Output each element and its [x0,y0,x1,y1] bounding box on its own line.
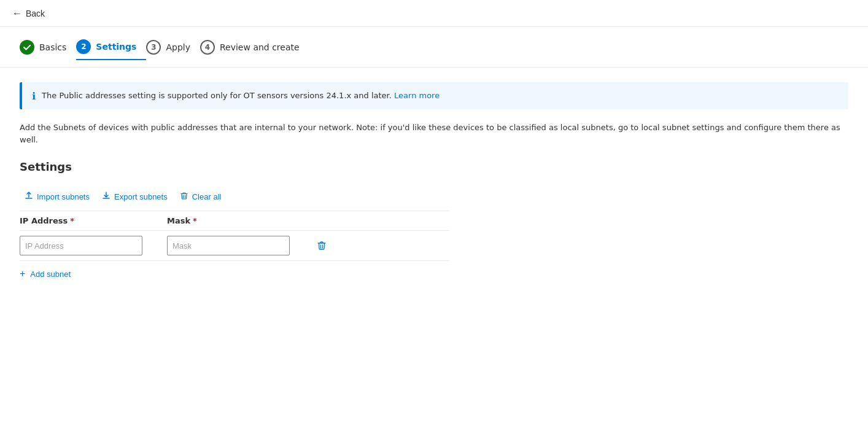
step-review-circle: 4 [200,40,215,55]
col-header-ip: IP Address * [20,216,167,225]
step-apply-circle: 3 [146,40,161,55]
step-settings-label: Settings [96,42,136,52]
plus-icon: + [20,268,25,279]
step-review[interactable]: 4 Review and create [200,35,309,60]
section-title: Settings [20,160,848,173]
export-subnets-button[interactable]: Export subnets [97,188,172,206]
delete-row-icon [317,241,327,251]
back-button[interactable]: ← Back [12,8,45,19]
subnet-table: IP Address * Mask * [20,211,449,284]
clear-all-button[interactable]: Clear all [175,188,227,206]
add-subnet-label: Add subnet [30,270,71,279]
mask-input[interactable] [167,236,290,255]
top-bar: ← Back [0,0,868,27]
info-banner-text: The Public addresses setting is supporte… [42,90,440,102]
wizard-steps: Basics 2 Settings 3 Apply 4 Review and c… [0,27,868,68]
import-subnets-button[interactable]: Import subnets [20,188,95,206]
mask-cell [167,236,314,255]
clear-all-label: Clear all [192,192,222,201]
step-apply[interactable]: 3 Apply [146,35,200,60]
back-label: Back [26,9,45,18]
import-icon [25,192,33,202]
ip-address-input[interactable] [20,236,142,255]
delete-row-button[interactable] [314,238,329,253]
export-icon [102,192,110,202]
add-subnet-button[interactable]: + Add subnet [20,263,71,284]
col-header-mask: Mask * [167,216,314,225]
mask-required-star: * [193,216,197,225]
import-subnets-label: Import subnets [37,192,90,201]
step-basics[interactable]: Basics [20,35,76,60]
table-row [20,231,449,261]
learn-more-link[interactable]: Learn more [394,91,440,100]
step-basics-circle [20,40,34,55]
info-icon: ℹ [32,90,36,102]
table-header: IP Address * Mask * [20,211,449,231]
step-basics-label: Basics [39,42,66,52]
step-apply-label: Apply [166,42,190,52]
description-text: Add the Subnets of devices with public a… [20,122,848,146]
info-banner: ℹ The Public addresses setting is suppor… [20,82,848,109]
step-review-label: Review and create [220,42,300,52]
toolbar: Import subnets Export subnets Clear all [20,188,848,211]
ip-cell [20,236,167,255]
back-arrow-icon: ← [12,8,22,19]
export-subnets-label: Export subnets [114,192,168,201]
action-cell [314,238,351,253]
ip-required-star: * [70,216,74,225]
step-settings[interactable]: 2 Settings [76,34,146,60]
trash-icon [180,192,188,202]
main-content: ℹ The Public addresses setting is suppor… [0,68,868,299]
step-settings-circle: 2 [76,39,91,54]
